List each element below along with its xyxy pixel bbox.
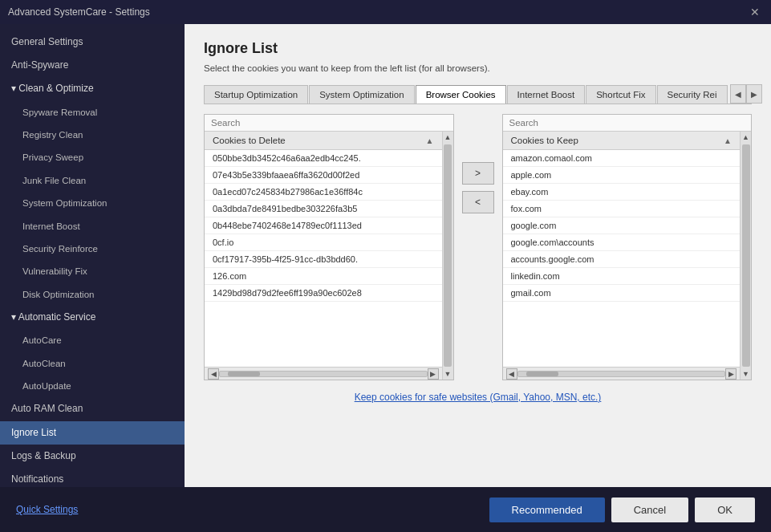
- left-vscroll-thumb: [444, 144, 452, 367]
- tab-internet-boost[interactable]: Internet Boost: [507, 85, 586, 104]
- main-area: General SettingsAnti-Spyware▾ Clean & Op…: [0, 24, 771, 487]
- list-item[interactable]: 1429bd98d79d2fee6ff199a90ec602e8: [205, 285, 442, 302]
- content-description: Select the cookies you want to keep from…: [204, 63, 752, 73]
- list-item[interactable]: 07e43b5e339bfaaea6ffa3620d00f2ed: [205, 167, 442, 184]
- left-hscroll-track[interactable]: [219, 371, 428, 377]
- list-item[interactable]: google.com: [503, 217, 741, 234]
- left-list-header-label: Cookies to Delete: [213, 136, 286, 145]
- left-list-header: Cookies to Delete ▲: [205, 132, 442, 150]
- tab-security-rei[interactable]: Security Rei: [657, 85, 728, 104]
- list-item[interactable]: 0cf.io: [205, 234, 442, 251]
- window-title: Advanced SystemCare - Settings: [8, 6, 150, 18]
- right-vscroll-down[interactable]: ▼: [742, 370, 749, 378]
- bottom-bar: Quick Settings Recommended Cancel OK: [0, 487, 771, 532]
- right-hscroll: ◀ ▶: [503, 367, 741, 380]
- sidebar-item-notifications[interactable]: Notifications: [0, 468, 185, 487]
- recommended-button[interactable]: Recommended: [489, 497, 605, 522]
- left-hscroll-thumb: [228, 372, 260, 376]
- right-hscroll-track[interactable]: [517, 371, 726, 377]
- sidebar-item-security-reinforce[interactable]: Security Reinforce: [0, 238, 185, 260]
- left-list-panel: Cookies to Delete ▲ 050bbe3db3452c46a6aa…: [204, 114, 454, 380]
- list-item[interactable]: accounts.google.com: [503, 251, 741, 268]
- right-hscroll-right[interactable]: ▶: [725, 368, 737, 380]
- list-item[interactable]: 0cf17917-395b-4f25-91cc-db3bdd60.: [205, 251, 442, 268]
- tab-next-button[interactable]: ▶: [746, 84, 762, 104]
- quick-settings-link[interactable]: Quick Settings: [16, 504, 78, 515]
- ok-button[interactable]: OK: [695, 497, 755, 522]
- right-list-header-label: Cookies to Keep: [511, 136, 578, 145]
- sidebar-item-ignore-list[interactable]: Ignore List: [0, 421, 185, 445]
- tabs-row: Startup OptimizationSystem OptimizationB…: [204, 84, 752, 104]
- list-item[interactable]: 0a3dbda7de8491bedbe303226fa3b5: [205, 201, 442, 217]
- right-list-scroll-up[interactable]: ▲: [724, 136, 732, 145]
- right-hscroll-thumb: [526, 372, 558, 376]
- sidebar-item-clean-optimize[interactable]: ▾ Clean & Optimize: [0, 77, 185, 100]
- app-window: Advanced SystemCare - Settings ✕ General…: [0, 0, 771, 532]
- keep-cookies-link[interactable]: Keep cookies for safe websites (Gmail, Y…: [204, 392, 752, 403]
- list-item[interactable]: ebay.com: [503, 184, 741, 201]
- sidebar-item-autoupdate[interactable]: AutoUpdate: [0, 375, 185, 397]
- left-vscroll-up[interactable]: ▲: [444, 133, 452, 141]
- sidebar-item-auto-ram-clean[interactable]: Auto RAM Clean: [0, 397, 185, 420]
- right-vscroll-up[interactable]: ▲: [742, 133, 749, 141]
- list-item[interactable]: amazon.comaol.com: [503, 150, 741, 167]
- right-list-header: Cookies to Keep ▲: [503, 132, 741, 150]
- sidebar-item-logs-backup[interactable]: Logs & Backup: [0, 445, 185, 468]
- list-item[interactable]: apple.com: [503, 167, 741, 184]
- cancel-button[interactable]: Cancel: [611, 497, 688, 522]
- sidebar-item-automatic-service[interactable]: ▾ Automatic Service: [0, 306, 185, 329]
- right-list-panel: Cookies to Keep ▲ amazon.comaol.comapple…: [502, 114, 753, 380]
- right-vscroll-thumb: [742, 144, 750, 367]
- tab-prev-button[interactable]: ◀: [730, 84, 746, 104]
- sidebar-item-junk-file-clean[interactable]: Junk File Clean: [0, 169, 185, 192]
- right-search-input[interactable]: [503, 115, 752, 132]
- move-right-button[interactable]: >: [462, 162, 494, 185]
- tab-nav: ◀ ▶: [730, 84, 762, 104]
- right-list-inner: Cookies to Keep ▲ amazon.comaol.comapple…: [503, 132, 741, 380]
- left-list-body: 050bbe3db3452c46a6aa2edb4cc245.07e43b5e3…: [205, 150, 442, 367]
- list-item[interactable]: linkedin.com: [503, 268, 741, 285]
- close-button[interactable]: ✕: [747, 6, 763, 18]
- right-list-body: amazon.comaol.comapple.comebay.comfox.co…: [503, 150, 741, 367]
- list-item[interactable]: gmail.com: [503, 285, 741, 302]
- left-hscroll: ◀ ▶: [205, 367, 442, 380]
- move-left-button[interactable]: <: [462, 191, 494, 213]
- left-hscroll-right[interactable]: ▶: [428, 368, 439, 380]
- content-panel: Ignore List Select the cookies you want …: [185, 24, 771, 487]
- sidebar: General SettingsAnti-Spyware▾ Clean & Op…: [0, 24, 185, 487]
- page-title: Ignore List: [204, 40, 752, 57]
- transfer-arrows: > <: [454, 162, 502, 213]
- sidebar-item-spyware-removal[interactable]: Spyware Removal: [0, 101, 185, 124]
- sidebar-item-general-settings[interactable]: General Settings: [0, 30, 185, 54]
- left-search-input[interactable]: [205, 115, 453, 132]
- tab-startup-optimization[interactable]: Startup Optimization: [204, 85, 308, 104]
- list-item[interactable]: fox.com: [503, 201, 741, 217]
- list-item[interactable]: 0a1ecd07c245834b27986ac1e36ff84c: [205, 184, 442, 201]
- bottom-buttons: Recommended Cancel OK: [489, 497, 755, 522]
- tab-system-optimization[interactable]: System Optimization: [309, 85, 414, 104]
- sidebar-item-autoclean[interactable]: AutoClean: [0, 352, 185, 375]
- list-item[interactable]: 050bbe3db3452c46a6aa2edb4cc245.: [205, 150, 442, 167]
- lists-area: Cookies to Delete ▲ 050bbe3db3452c46a6aa…: [204, 114, 752, 380]
- right-list-with-scroll: Cookies to Keep ▲ amazon.comaol.comapple…: [503, 132, 752, 380]
- sidebar-item-disk-optimization[interactable]: Disk Optimization: [0, 283, 185, 306]
- list-item[interactable]: 0b448ebe7402468e14789ec0f1113ed: [205, 217, 442, 234]
- sidebar-item-autocare[interactable]: AutoCare: [0, 329, 185, 351]
- sidebar-item-anti-spyware[interactable]: Anti-Spyware: [0, 54, 185, 77]
- tab-shortcut-fix[interactable]: Shortcut Fix: [586, 85, 655, 104]
- right-hscroll-left[interactable]: ◀: [506, 368, 517, 380]
- left-vscroll-down[interactable]: ▼: [444, 370, 452, 378]
- titlebar: Advanced SystemCare - Settings ✕: [0, 0, 771, 24]
- sidebar-item-system-optimization[interactable]: System Optimization: [0, 192, 185, 214]
- list-item[interactable]: google.com\accounts: [503, 234, 741, 251]
- tab-browser-cookies[interactable]: Browser Cookies: [416, 85, 506, 104]
- left-list-inner: Cookies to Delete ▲ 050bbe3db3452c46a6aa…: [205, 132, 442, 380]
- sidebar-item-registry-clean[interactable]: Registry Clean: [0, 124, 185, 146]
- left-hscroll-left[interactable]: ◀: [208, 368, 219, 380]
- sidebar-item-internet-boost[interactable]: Internet Boost: [0, 215, 185, 238]
- left-list-scroll-up[interactable]: ▲: [426, 136, 434, 145]
- sidebar-item-privacy-sweep[interactable]: Privacy Sweep: [0, 146, 185, 169]
- left-list-with-scroll: Cookies to Delete ▲ 050bbe3db3452c46a6aa…: [205, 132, 453, 380]
- list-item[interactable]: 126.com: [205, 268, 442, 285]
- sidebar-item-vulnerability-fix[interactable]: Vulnerability Fix: [0, 260, 185, 282]
